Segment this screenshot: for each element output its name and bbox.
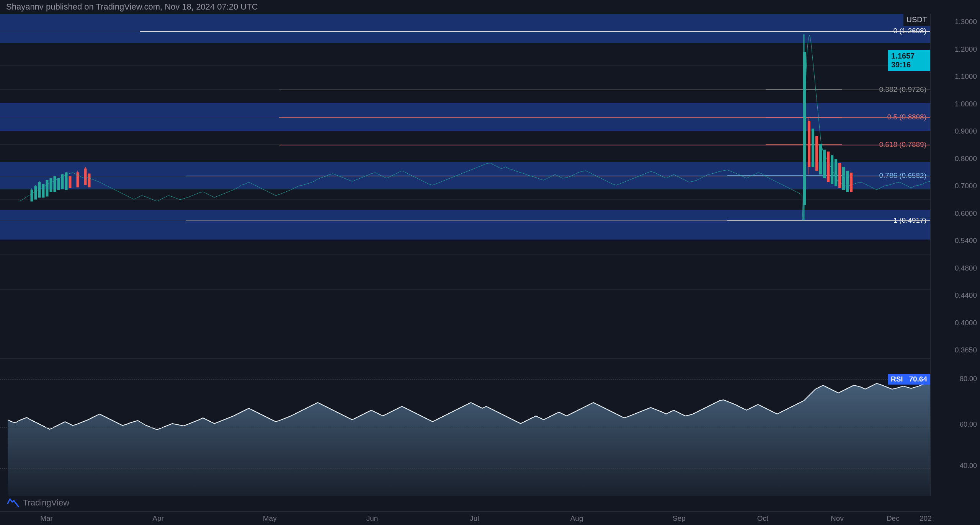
rsi-y-label-40: 40.00: [960, 461, 977, 470]
x-label-may: May: [263, 514, 277, 523]
rsi-y-label-80: 80.00: [960, 375, 977, 383]
y-label-0440: 0.4400: [931, 291, 980, 300]
rsi-chart: RSI 70.64: [0, 358, 930, 496]
svg-rect-42: [812, 129, 814, 167]
tradingview-logo-icon: [6, 496, 20, 510]
chart-container: Shayannv published on TradingView.com, N…: [0, 0, 980, 525]
svg-rect-47: [831, 155, 833, 184]
candlestick-chart: [0, 14, 930, 358]
svg-rect-49: [838, 163, 841, 188]
currency-label: USDT: [903, 14, 930, 26]
x-label-apr: Apr: [152, 514, 164, 523]
y-label-0365: 0.3650: [931, 346, 980, 354]
x-axis: Mar Apr May Jun Jul Aug Sep Oct Nov Dec …: [0, 511, 930, 525]
price-time: 39:16: [891, 60, 911, 69]
x-label-mar: Mar: [40, 514, 53, 523]
svg-rect-20: [46, 180, 48, 196]
x-label-nov: Nov: [831, 514, 844, 523]
y-label-0480: 0.4800: [931, 264, 980, 272]
rsi-dashed-70: [0, 379, 930, 380]
header-text: Shayannv published on TradingView.com, N…: [6, 2, 258, 12]
svg-rect-44: [819, 144, 822, 174]
y-label-1200: 1.2000: [931, 45, 980, 54]
svg-rect-52: [850, 173, 853, 192]
price-label: 1.1657 39:16: [888, 50, 930, 71]
svg-rect-21: [50, 178, 52, 192]
svg-rect-51: [846, 171, 849, 192]
svg-rect-43: [815, 136, 818, 171]
x-label-jul: Jul: [470, 514, 479, 523]
svg-rect-50: [842, 167, 845, 190]
rsi-dashed-50: [0, 427, 930, 428]
rsi-value: 70.64: [909, 375, 927, 383]
y-axis-rsi: 80.00 60.00 40.00: [930, 358, 980, 496]
rsi-indicator-label: RSI: [891, 375, 903, 383]
x-label-jun: Jun: [366, 514, 378, 523]
x-label-aug: Aug: [570, 514, 583, 523]
x-label-sep: Sep: [673, 514, 686, 523]
x-label-2025: 202: [920, 514, 932, 523]
rsi-y-label-60: 60.00: [960, 420, 977, 428]
svg-rect-39: [803, 52, 806, 205]
y-label-1100: 1.1000: [931, 72, 980, 81]
svg-marker-53: [8, 382, 930, 496]
price-value: 1.1657: [891, 52, 915, 60]
svg-rect-34: [88, 174, 90, 187]
tradingview-text: TradingView: [23, 498, 69, 508]
y-label-1000: 1.0000: [931, 100, 980, 108]
y-label-1300: 1.3000: [931, 18, 980, 26]
rsi-dashed-30: [0, 468, 930, 469]
y-label-0600: 0.6000: [931, 209, 980, 218]
rsi-label: RSI 70.64: [888, 374, 930, 385]
y-label-0700: 0.7000: [931, 182, 980, 190]
y-label-0400: 0.4000: [931, 319, 980, 327]
svg-rect-19: [42, 184, 44, 197]
svg-rect-45: [823, 150, 826, 178]
tradingview-logo: TradingView: [6, 496, 69, 510]
header: Shayannv published on TradingView.com, N…: [0, 0, 980, 14]
x-label-dec: Dec: [887, 514, 900, 523]
main-chart: 0 (1.2698) 0.382 (0.9726) 0.5 (0.8808) 0…: [0, 14, 930, 358]
y-label-0900: 0.9000: [931, 127, 980, 135]
svg-rect-48: [835, 159, 837, 186]
svg-rect-46: [827, 152, 830, 182]
svg-rect-23: [57, 178, 60, 190]
y-axis-main: 1.3000 1.2000 1.1000 1.0000 0.9000 0.800…: [930, 14, 980, 358]
y-label-0540: 0.5400: [931, 236, 980, 245]
svg-rect-22: [54, 176, 56, 192]
y-label-0800: 0.8000: [931, 155, 980, 163]
x-label-oct: Oct: [757, 514, 769, 523]
